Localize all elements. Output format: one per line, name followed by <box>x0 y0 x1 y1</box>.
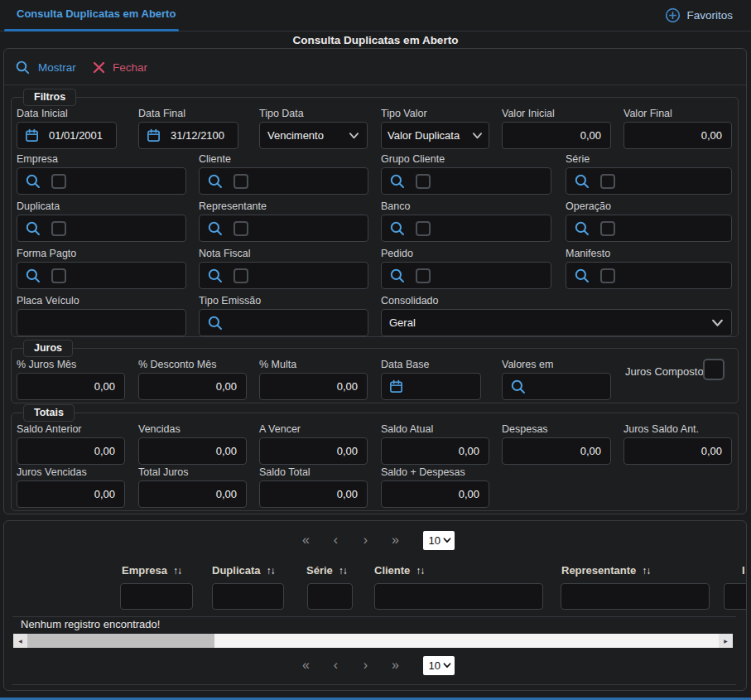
manifesto-input[interactable] <box>566 262 732 289</box>
filter-input-empresa[interactable] <box>120 583 193 610</box>
tipo-valor-select[interactable]: Valor Duplicata <box>381 122 489 149</box>
total-juros-input[interactable]: 0,00 <box>138 480 247 508</box>
filter-input-cliente[interactable] <box>374 583 543 610</box>
nota-fiscal-checkbox[interactable] <box>233 268 248 283</box>
field-label: Valor Inicial <box>502 108 611 119</box>
filter-input-clipped[interactable] <box>724 583 747 610</box>
saldo-atual-input[interactable]: 0,00 <box>381 437 489 465</box>
field-label: % Juros Mês <box>17 359 125 370</box>
serie-input[interactable] <box>566 167 732 195</box>
forma-pagto-input[interactable] <box>17 262 186 289</box>
empresa-input[interactable] <box>17 167 186 195</box>
search-icon[interactable] <box>207 220 224 237</box>
search-icon[interactable] <box>574 173 590 190</box>
search-icon[interactable] <box>25 268 41 284</box>
cliente-input[interactable] <box>199 167 368 195</box>
favorites-button[interactable]: Favoritos <box>665 7 733 23</box>
forma-pagto-checkbox[interactable] <box>51 268 66 283</box>
juros-vencidas-input[interactable]: 0,00 <box>17 480 125 508</box>
last-page-button[interactable]: » <box>387 656 405 674</box>
prev-page-button[interactable]: ‹ <box>327 531 345 549</box>
calendar-icon[interactable] <box>147 128 161 142</box>
search-icon[interactable] <box>574 220 590 237</box>
desconto-mes-input[interactable]: 0,00 <box>138 373 247 400</box>
page-size-select[interactable]: 10 <box>423 531 455 550</box>
tipo-emissao-input[interactable] <box>199 309 368 336</box>
valor-inicial-input[interactable]: 0,00 <box>502 122 611 149</box>
column-header-empresa[interactable]: Empresa ↑↓ <box>122 564 181 577</box>
nota-fiscal-input[interactable] <box>199 262 368 289</box>
filter-input-serie[interactable] <box>307 583 353 610</box>
representante-checkbox[interactable] <box>233 221 248 236</box>
filter-input-duplicata[interactable] <box>212 583 284 610</box>
banco-checkbox[interactable] <box>416 221 431 236</box>
column-header-clipped[interactable]: I <box>742 564 745 577</box>
grupo-cliente-input[interactable] <box>381 167 551 195</box>
operacao-checkbox[interactable] <box>600 221 615 236</box>
horizontal-scrollbar[interactable]: ◀ ▶ <box>13 634 733 648</box>
first-page-button[interactable]: « <box>297 656 315 674</box>
duplicata-checkbox[interactable] <box>51 221 66 236</box>
scrollbar-track[interactable] <box>27 634 719 648</box>
search-icon[interactable] <box>510 379 527 395</box>
saldo-anterior-input[interactable]: 0,00 <box>17 437 125 465</box>
search-icon[interactable] <box>207 173 224 190</box>
multa-input[interactable]: 0,00 <box>259 373 368 400</box>
column-header-cliente[interactable]: Cliente ↑↓ <box>374 564 424 577</box>
data-final-input[interactable]: 31/12/2100 <box>138 122 238 149</box>
placa-veiculo-input[interactable] <box>17 309 186 336</box>
mostrar-button[interactable]: Mostrar <box>15 58 76 76</box>
last-page-button[interactable]: » <box>387 531 405 549</box>
search-icon[interactable] <box>25 173 41 190</box>
filter-input-representante[interactable] <box>561 583 710 610</box>
pedido-input[interactable] <box>381 262 551 289</box>
tipo-data-select[interactable]: Vencimento <box>259 122 368 149</box>
search-icon[interactable] <box>389 220 406 237</box>
data-base-input[interactable] <box>381 373 481 400</box>
manifesto-checkbox[interactable] <box>600 268 615 283</box>
representante-input[interactable] <box>199 215 368 242</box>
search-icon[interactable] <box>389 268 406 284</box>
column-header-serie[interactable]: Série ↑↓ <box>306 564 347 577</box>
valor-final-input[interactable]: 0,00 <box>623 122 732 149</box>
empresa-checkbox[interactable] <box>51 174 66 189</box>
search-icon[interactable] <box>207 315 224 331</box>
column-header-representante[interactable]: Representante ↑↓ <box>561 564 650 577</box>
calendar-icon[interactable] <box>25 128 39 142</box>
fechar-button[interactable]: Fechar <box>93 58 147 76</box>
scrollbar-thumb[interactable] <box>27 634 214 648</box>
duplicata-input[interactable] <box>17 215 186 242</box>
search-icon[interactable] <box>389 173 406 190</box>
first-page-button[interactable]: « <box>297 531 315 549</box>
saldo-despesas-input[interactable]: 0,00 <box>381 480 489 508</box>
despesas-input[interactable]: 0,00 <box>502 437 611 465</box>
pedido-checkbox[interactable] <box>416 268 431 283</box>
calendar-icon[interactable] <box>389 379 403 393</box>
a-vencer-input[interactable]: 0,00 <box>259 437 368 465</box>
search-icon[interactable] <box>207 268 224 284</box>
banco-input[interactable] <box>381 215 551 242</box>
tab-consulta-duplicatas[interactable]: Consulta Duplicatas em Aberto <box>17 7 176 20</box>
prev-page-button[interactable]: ‹ <box>327 656 345 674</box>
search-icon[interactable] <box>574 268 590 284</box>
consolidado-select[interactable]: Geral <box>381 309 732 336</box>
data-inicial-input[interactable]: 01/01/2001 <box>17 122 117 149</box>
serie-checkbox[interactable] <box>600 174 615 189</box>
saldo-total-input[interactable]: 0,00 <box>259 480 368 508</box>
search-icon[interactable] <box>25 220 41 237</box>
cliente-checkbox[interactable] <box>233 174 248 189</box>
next-page-button[interactable]: › <box>357 656 375 674</box>
page-size-select[interactable]: 10 <box>423 656 455 675</box>
juros-compostos-checkbox[interactable] <box>703 359 725 380</box>
column-header-duplicata[interactable]: Duplicata ↑↓ <box>212 564 275 577</box>
field-saldo-total: Saldo Total 0,00 <box>259 466 368 508</box>
vencidas-input[interactable]: 0,00 <box>138 437 247 465</box>
grupo-cliente-checkbox[interactable] <box>416 174 431 189</box>
operacao-input[interactable] <box>566 215 732 242</box>
valores-em-input[interactable] <box>502 373 611 400</box>
juros-mes-input[interactable]: 0,00 <box>17 373 125 400</box>
scroll-left-button[interactable]: ◀ <box>13 634 27 648</box>
juros-saldo-ant-input[interactable]: 0,00 <box>623 437 732 465</box>
scroll-right-button[interactable]: ▶ <box>719 634 733 648</box>
next-page-button[interactable]: › <box>357 531 375 549</box>
